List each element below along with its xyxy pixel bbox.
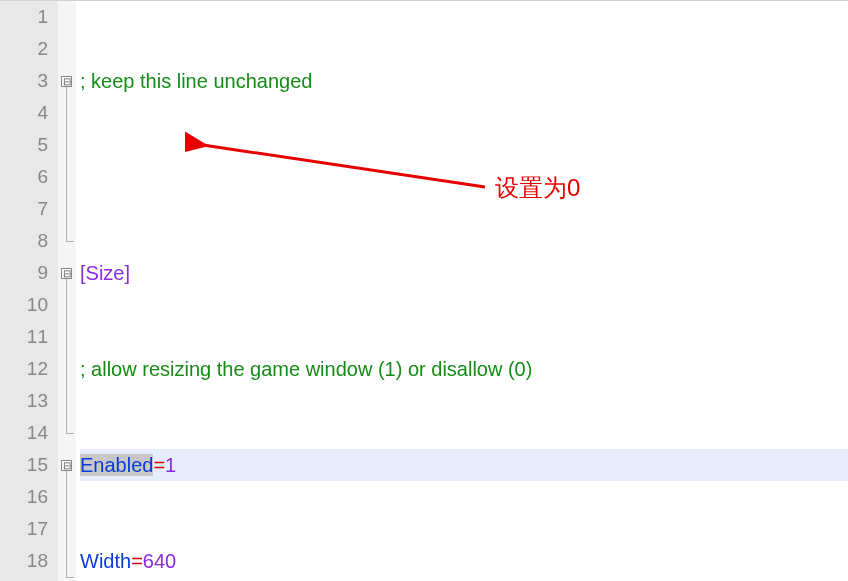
code-line[interactable]: Width=640	[80, 545, 848, 577]
line-number: 4	[0, 97, 48, 129]
line-number: 11	[0, 321, 48, 353]
fold-guide-end	[66, 577, 74, 578]
fold-guide	[66, 471, 67, 577]
fold-guide-end	[66, 433, 74, 434]
code-editor[interactable]: 1 2 3 4 5 6 7 8 9 10 11 12 13 14 15 16 1…	[0, 0, 848, 581]
fold-guide	[66, 279, 67, 433]
comment-text: ; allow resizing the game window (1) or …	[80, 358, 532, 380]
line-number: 12	[0, 353, 48, 385]
fold-toggle-icon[interactable]: ⊟	[61, 76, 72, 87]
code-line[interactable]	[80, 161, 848, 193]
code-area[interactable]: ; keep this line unchanged [Size] ; allo…	[76, 1, 848, 581]
line-number: 2	[0, 33, 48, 65]
equals-sign: =	[131, 550, 143, 572]
line-number: 1	[0, 1, 48, 33]
fold-toggle-icon[interactable]: ⊟	[61, 460, 72, 471]
section-header: [Size]	[80, 262, 130, 284]
comment-text: ; keep this line unchanged	[80, 70, 312, 92]
code-line-highlighted[interactable]: Enabled=1	[80, 449, 848, 481]
fold-gutter: ⊟ ⊟ ⊟	[58, 1, 76, 581]
line-number: 17	[0, 513, 48, 545]
code-line[interactable]: ; keep this line unchanged	[80, 65, 848, 97]
equals-sign: =	[153, 454, 165, 476]
ini-key: Width	[80, 550, 131, 572]
line-number: 7	[0, 193, 48, 225]
line-number: 6	[0, 161, 48, 193]
line-number: 14	[0, 417, 48, 449]
line-number: 16	[0, 481, 48, 513]
line-number: 5	[0, 129, 48, 161]
line-number: 18	[0, 545, 48, 577]
line-number: 15	[0, 449, 48, 481]
code-line[interactable]: [Size]	[80, 257, 848, 289]
code-line[interactable]: ; allow resizing the game window (1) or …	[80, 353, 848, 385]
line-number: 8	[0, 225, 48, 257]
line-number: 10	[0, 289, 48, 321]
line-number-gutter: 1 2 3 4 5 6 7 8 9 10 11 12 13 14 15 16 1…	[0, 1, 58, 581]
line-number: 13	[0, 385, 48, 417]
line-number: 9	[0, 257, 48, 289]
fold-guide-end	[66, 241, 74, 242]
ini-key-selected: Enabled	[80, 454, 153, 476]
ini-value: 1	[165, 454, 176, 476]
fold-guide	[66, 87, 67, 241]
ini-value: 640	[143, 550, 176, 572]
fold-toggle-icon[interactable]: ⊟	[61, 268, 72, 279]
line-number: 3	[0, 65, 48, 97]
